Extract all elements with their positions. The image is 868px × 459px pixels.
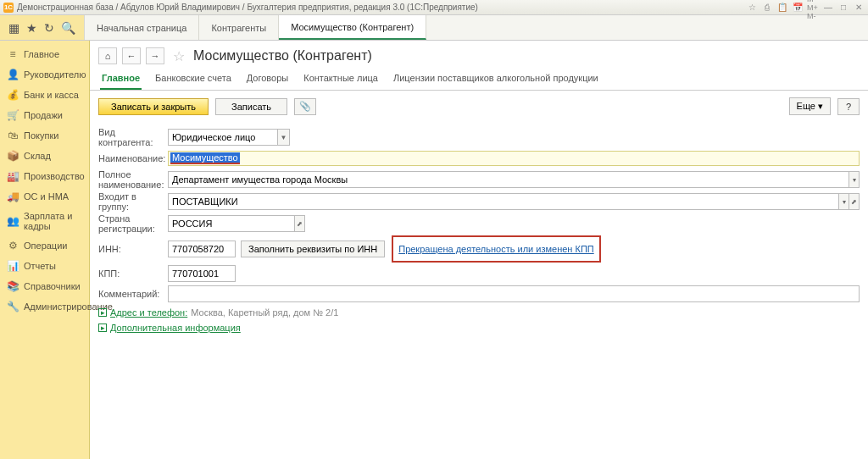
sidebar-item-operations[interactable]: ⚙Операции [0, 235, 89, 256]
sidebar-item-purchases[interactable]: 🛍Покупки [0, 125, 89, 146]
app-icon: 1С [3, 3, 14, 13]
open-link-icon[interactable]: ⬈ [295, 215, 305, 232]
page-header: ⌂ ← → ☆ Мосимущество (Контрагент) [90, 41, 868, 68]
expand-icon[interactable]: ▸ [98, 308, 107, 317]
attach-button[interactable]: 📎 [294, 98, 316, 115]
factory-icon: 🏭 [7, 170, 19, 182]
people-icon: 👥 [7, 215, 19, 227]
tool-icon[interactable]: 📅 [792, 2, 804, 14]
label-comment: Комментарий: [98, 289, 168, 299]
sidebar-item-bank[interactable]: 💰Банк и касса [0, 85, 89, 105]
label-inn: ИНН: [98, 244, 168, 254]
sidebar-item-catalogs[interactable]: 📚Справочники [0, 276, 89, 296]
wrench-icon: 🔧 [7, 301, 19, 312]
tool-icon[interactable]: ⎙ [761, 2, 773, 14]
bag-icon: 🛍 [7, 130, 19, 141]
save-button[interactable]: Записать [215, 98, 287, 115]
sidebar-item-main[interactable]: ≡Главное [0, 44, 89, 64]
money-icon: 💰 [7, 89, 19, 101]
sidebar-item-production[interactable]: 🏭Производство [0, 166, 89, 186]
country-input[interactable] [168, 215, 295, 232]
close-icon[interactable]: ✕ [853, 2, 865, 14]
chevron-down-icon[interactable]: ▾ [839, 193, 849, 210]
apps-icon[interactable]: ▦ [8, 21, 19, 35]
sidebar-item-sales[interactable]: 🛒Продажи [0, 105, 89, 125]
subtab-contacts[interactable]: Контактные лица [302, 69, 380, 90]
label-fullname: Полное наименование: [98, 169, 168, 190]
expand-icon[interactable]: ▾ [849, 171, 860, 188]
name-input-wrap: Мосимущество [168, 151, 860, 166]
window-titlebar: 1С Демонстрационная база / Абдулов Юрий … [0, 0, 868, 15]
sidebar-item-assets[interactable]: 🚚ОС и НМА [0, 186, 89, 207]
sidebar-item-manager[interactable]: 👤Руководителю [0, 64, 89, 85]
tab-start-page[interactable]: Начальная страница [85, 15, 199, 40]
open-tabs: Начальная страница Контрагенты Мосимущес… [85, 15, 426, 40]
subtabs: Главное Банковские счета Договоры Контак… [90, 68, 868, 91]
box-icon: 📦 [7, 150, 19, 162]
home-button[interactable]: ⌂ [98, 47, 117, 64]
cart-icon: 🛒 [7, 109, 19, 121]
name-input-selected[interactable]: Мосимущество [170, 152, 240, 163]
truck-icon: 🚚 [7, 191, 19, 202]
label-name: Наименование: [98, 153, 168, 163]
main-toolbar: ▦ ★ ↻ 🔍 Начальная страница Контрагенты М… [0, 15, 868, 41]
fill-by-inn-button[interactable]: Заполнить реквизиты по ИНН [241, 241, 385, 257]
kpp-input[interactable] [168, 265, 236, 282]
chart-icon: 📊 [7, 260, 19, 272]
label-group: Входит в группу: [98, 191, 168, 212]
address-value: Москва, Каретный ряд, дом № 2/1 [191, 307, 338, 318]
warning-link[interactable]: Прекращена деятельность или изменен КПП [398, 244, 593, 254]
nav-sidebar: ≡Главное 👤Руководителю 💰Банк и касса 🛒Пр… [0, 41, 90, 459]
sidebar-item-salary[interactable]: 👥Зарплата и кадры [0, 207, 89, 235]
comment-input[interactable] [168, 285, 860, 302]
action-bar: Записать и закрыть Записать 📎 Еще ▾ ? [90, 91, 868, 122]
history-icon[interactable]: ↻ [44, 21, 54, 35]
window-controls: ☆ ⎙ 📋 📅 M M+ M- — □ ✕ [746, 2, 865, 14]
expand-icon[interactable]: ▸ [98, 324, 107, 332]
expand-address-label[interactable]: Адрес и телефон: [110, 307, 187, 318]
tab-counterparties[interactable]: Контрагенты [199, 15, 279, 40]
subtab-bank-accounts[interactable]: Банковские счета [153, 69, 233, 90]
page-title: Мосимущество (Контрагент) [193, 48, 372, 64]
subtab-main[interactable]: Главное [100, 69, 142, 90]
form: Вид контрагента: ▼ Наименование: Мосимущ… [90, 122, 868, 339]
warning-box: Прекращена деятельность или изменен КПП [392, 235, 600, 263]
sidebar-item-reports[interactable]: 📊Отчеты [0, 256, 89, 276]
tool-icon[interactable]: 📋 [776, 2, 788, 14]
book-icon: 📚 [7, 280, 19, 292]
group-input[interactable] [168, 193, 839, 210]
open-link-icon[interactable]: ⬈ [849, 193, 860, 210]
expand-info-label[interactable]: Дополнительная информация [110, 323, 241, 333]
search-icon[interactable]: 🔍 [61, 21, 75, 35]
subtab-licenses[interactable]: Лицензии поставщиков алкогольной продукц… [392, 69, 600, 90]
tool-icon[interactable]: ☆ [746, 2, 758, 14]
window-title: Демонстрационная база / Абдулов Юрий Вла… [17, 3, 478, 12]
tool-icon[interactable]: M M+ M- [807, 2, 819, 14]
sidebar-item-warehouse[interactable]: 📦Склад [0, 146, 89, 166]
forward-button[interactable]: → [146, 47, 164, 64]
maximize-icon[interactable]: □ [837, 2, 849, 14]
gear-icon: ⚙ [7, 240, 19, 252]
save-and-close-button[interactable]: Записать и закрыть [98, 98, 209, 115]
minimize-icon[interactable]: — [822, 2, 834, 14]
label-country: Страна регистрации: [98, 213, 168, 234]
label-type: Вид контрагента: [98, 127, 168, 147]
sidebar-item-admin[interactable]: 🔧Администрирование [0, 296, 89, 317]
more-button[interactable]: Еще ▾ [789, 97, 831, 115]
tab-current[interactable]: Мосимущество (Контрагент) [279, 15, 426, 40]
label-kpp: КПП: [98, 268, 168, 279]
back-button[interactable]: ← [122, 47, 141, 64]
help-button[interactable]: ? [837, 98, 860, 115]
menu-icon: ≡ [7, 48, 19, 60]
type-select[interactable] [168, 129, 278, 146]
subtab-contracts[interactable]: Договоры [245, 69, 290, 90]
inn-input[interactable] [168, 241, 236, 257]
person-icon: 👤 [7, 69, 19, 80]
toolbar-left-group: ▦ ★ ↻ 🔍 [0, 15, 85, 40]
chevron-down-icon[interactable]: ▼ [278, 129, 290, 146]
fullname-input[interactable] [168, 171, 849, 188]
star-icon[interactable]: ★ [26, 21, 37, 35]
favorite-icon[interactable]: ☆ [173, 48, 185, 64]
